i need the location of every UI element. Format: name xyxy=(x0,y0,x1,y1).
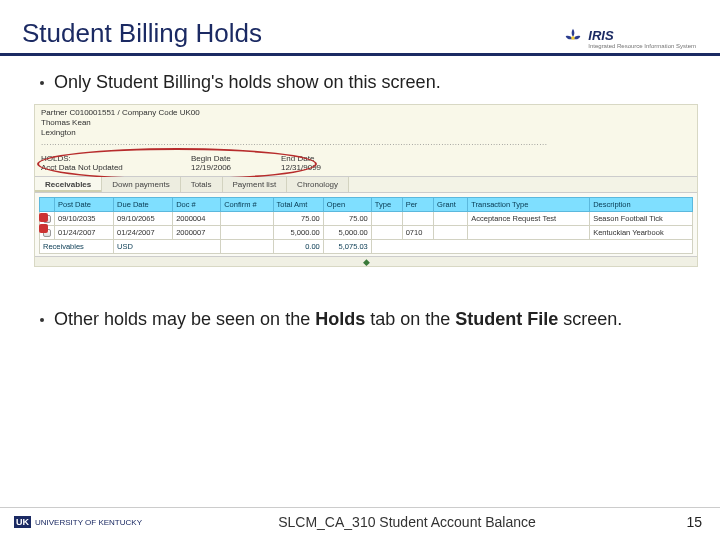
row-status-icon xyxy=(39,224,48,233)
bullet-2: Other holds may be seen on the Holds tab… xyxy=(40,307,694,331)
bullet-1: Only Student Billing's holds show on thi… xyxy=(40,70,694,94)
svg-point-0 xyxy=(571,36,575,40)
tab-down-payments[interactable]: Down payments xyxy=(102,177,180,192)
table-row[interactable]: 09/10/2035 09/10/2065 2000004 75.00 75.0… xyxy=(40,212,693,226)
sap-panel: Partner C010001551 / Company Code UK00 T… xyxy=(34,104,698,267)
table-row[interactable]: 01/24/2007 01/24/2007 2000007 5,000.00 5… xyxy=(40,226,693,240)
tab-totals[interactable]: Totals xyxy=(181,177,223,192)
iris-tagline: Integrated Resource Information System xyxy=(588,43,696,49)
col-confirm: Confirm # xyxy=(221,198,273,212)
holds-section: HOLDS: Begin Date End Date Acct Data Not… xyxy=(35,150,697,176)
row-status-icon xyxy=(39,213,48,222)
holds-col-begin: Begin Date xyxy=(191,154,271,163)
footer-title: SLCM_CA_310 Student Account Balance xyxy=(142,514,672,530)
slide-footer: UK UNIVERSITY OF KENTUCKY SLCM_CA_310 St… xyxy=(0,507,720,540)
tab-chronology[interactable]: Chronology xyxy=(287,177,349,192)
holds-row-label: Acct Data Not Updated xyxy=(41,163,181,172)
iris-logo: IRIS Integrated Resource Information Sys… xyxy=(562,27,696,49)
holds-begin-date: 12/19/2006 xyxy=(191,163,271,172)
col-due-date: Due Date xyxy=(114,198,173,212)
holds-label: HOLDS: xyxy=(41,154,181,163)
bullet-1-text: Only Student Billing's holds show on thi… xyxy=(54,70,441,94)
slide-header: Student Billing Holds IRIS Integrated Re… xyxy=(0,0,720,56)
col-desc: Description xyxy=(590,198,693,212)
bullet-dot-icon xyxy=(40,318,44,322)
uk-mark-icon: UK xyxy=(14,516,31,528)
iris-name: IRIS xyxy=(588,28,696,43)
col-selector xyxy=(40,198,55,212)
col-ttype: Transaction Type xyxy=(468,198,590,212)
bullet-dot-icon xyxy=(40,81,44,85)
sap-tabstrip: Receivables Down payments Totals Payment… xyxy=(35,176,697,193)
tab-payment-list[interactable]: Payment list xyxy=(223,177,288,192)
iris-flower-icon xyxy=(562,27,584,49)
uk-logo: UK UNIVERSITY OF KENTUCKY xyxy=(14,516,142,528)
col-doc: Doc # xyxy=(173,198,221,212)
col-grant: Grant xyxy=(434,198,468,212)
col-total-amt: Total Amt xyxy=(273,198,323,212)
separator-dots: ........................................… xyxy=(41,138,691,148)
partner-city: Lexington xyxy=(41,128,691,138)
tab-receivables[interactable]: Receivables xyxy=(35,177,102,192)
col-type: Type xyxy=(371,198,402,212)
receivables-table: Post Date Due Date Doc # Confirm # Total… xyxy=(39,197,693,254)
page-title: Student Billing Holds xyxy=(22,18,262,49)
bullet-2-text: Other holds may be seen on the Holds tab… xyxy=(54,307,622,331)
col-open: Open xyxy=(323,198,371,212)
uk-name: UNIVERSITY OF KENTUCKY xyxy=(35,518,142,527)
totals-row: Receivables USD 0.00 5,075.03 xyxy=(40,240,693,254)
scroll-handle-icon: ◆ xyxy=(363,257,370,267)
partner-name: Thomas Kean xyxy=(41,118,691,128)
col-per: Per xyxy=(402,198,433,212)
holds-col-end: End Date xyxy=(281,154,361,163)
holds-end-date: 12/31/9099 xyxy=(281,163,361,172)
partner-line: Partner C010001551 / Company Code UK00 xyxy=(41,108,691,118)
col-post-date: Post Date xyxy=(55,198,114,212)
scroll-strip[interactable]: ◆ xyxy=(35,256,697,266)
page-number: 15 xyxy=(672,514,702,530)
